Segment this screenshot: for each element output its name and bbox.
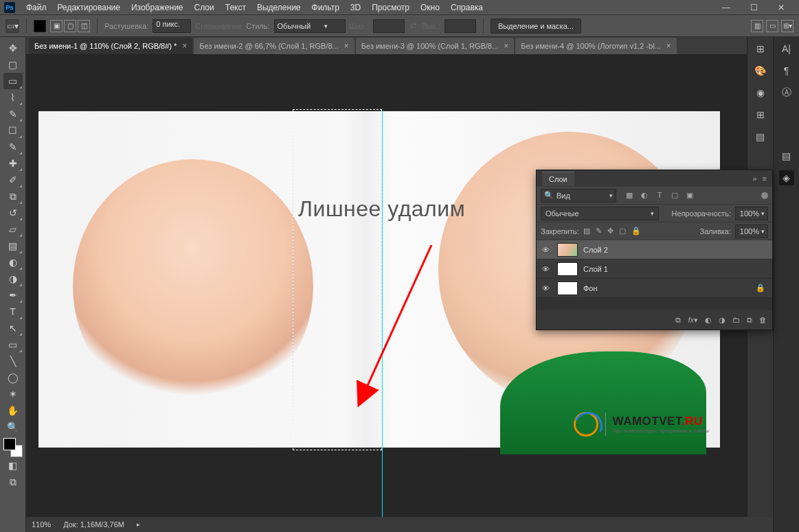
panel-paragraph-icon[interactable]: ¶ — [779, 63, 794, 78]
close-icon[interactable]: × — [666, 41, 671, 51]
layer-row[interactable]: 👁 Слой 2 — [537, 240, 772, 259]
panel-libraries-icon[interactable]: ⊞ — [753, 41, 768, 56]
selection-add-icon[interactable]: ▣ — [50, 20, 63, 32]
panel-properties-icon[interactable]: ▤ — [753, 129, 768, 144]
menu-select[interactable]: Выделение — [251, 0, 306, 15]
tool-lasso[interactable]: ⌇ — [3, 89, 23, 106]
tool-move[interactable]: ✥ — [3, 40, 23, 56]
window-close[interactable]: ✕ — [767, 1, 795, 14]
tool-quick-select[interactable]: ✎ — [3, 106, 23, 122]
filter-pixel-icon[interactable]: ▩ — [624, 191, 634, 200]
panel-grid-icon[interactable]: ⊞ — [753, 107, 768, 122]
lock-artboard-icon[interactable]: ▢ — [619, 227, 626, 235]
tool-blur[interactable]: ◐ — [3, 254, 23, 270]
tool-crop[interactable]: ☐ — [3, 122, 23, 139]
menu-filter[interactable]: Фильтр — [306, 0, 345, 15]
filter-toggle[interactable] — [761, 192, 768, 199]
layer-name[interactable]: Слой 1 — [583, 265, 608, 273]
menu-3d[interactable]: 3D — [345, 0, 366, 15]
panel-cc-icon[interactable]: ◉ — [753, 85, 768, 100]
layer-thumb[interactable] — [557, 243, 578, 257]
panel-history-icon[interactable]: ▤ — [779, 148, 794, 163]
tool-eraser[interactable]: ▱ — [3, 221, 23, 238]
filter-smart-icon[interactable]: ▣ — [685, 191, 695, 200]
tool-gradient[interactable]: ▤ — [3, 238, 23, 254]
visibility-icon[interactable]: 👁 — [539, 284, 552, 292]
adjustment-layer-icon[interactable]: ◑ — [719, 316, 725, 325]
window-minimize[interactable]: — — [712, 1, 740, 14]
tool-pen[interactable]: ✒ — [3, 287, 23, 303]
panel-color-icon[interactable]: 🎨 — [753, 63, 768, 78]
filter-type-icon[interactable]: T — [655, 191, 664, 200]
layer-name[interactable]: Фон — [583, 284, 598, 292]
panel-character-icon[interactable]: A| — [779, 41, 794, 56]
tool-eyedropper[interactable]: ✎ — [3, 139, 23, 155]
feather-input[interactable]: 0 пикс. — [153, 19, 191, 33]
lock-position-icon[interactable]: ✥ — [607, 227, 614, 235]
filter-shape-icon[interactable]: ▢ — [670, 191, 679, 200]
visibility-icon[interactable]: 👁 — [539, 246, 552, 254]
tool-zoom[interactable]: 🔍 — [3, 419, 23, 435]
menu-layer[interactable]: Слои — [189, 0, 220, 15]
menu-help[interactable]: Справка — [445, 0, 488, 15]
close-icon[interactable]: × — [504, 41, 508, 51]
layer-thumb[interactable] — [557, 262, 578, 276]
panel-menu-icon[interactable]: ≡ — [763, 174, 767, 183]
opt-extra-1-icon[interactable]: ▥ — [751, 20, 763, 32]
menu-file[interactable]: Файл — [21, 0, 52, 15]
panel-collapse-icon[interactable]: » — [752, 174, 756, 183]
tool-brush[interactable]: ✐ — [3, 172, 23, 188]
tool-artboard[interactable]: ▢ — [3, 56, 23, 73]
selection-new-icon[interactable] — [34, 20, 46, 32]
menu-view[interactable]: Просмотр — [366, 0, 415, 15]
tool-quickmask[interactable]: ◧ — [3, 457, 23, 474]
doc-size[interactable]: Док: 1,16M/3,76M — [63, 520, 124, 529]
tab-doc-4[interactable]: Без имени-4 @ 100% (Логотип v1.2 -bl...× — [515, 38, 677, 54]
tool-screenmode[interactable]: ⧉ — [3, 474, 23, 490]
layers-panel[interactable]: Слои »≡ 🔍Вид ▩ ◐ T ▢ ▣ Обычные Непрозрач… — [536, 170, 773, 330]
layer-thumb[interactable] — [557, 281, 578, 295]
tool-marquee[interactable]: ▭ — [3, 73, 23, 89]
lock-icon[interactable]: 🔒 — [756, 284, 769, 292]
tool-dodge[interactable]: ◑ — [3, 270, 23, 287]
layer-group-icon[interactable]: 🗀 — [732, 316, 740, 324]
tab-doc-1[interactable]: Без имени-1 @ 110% (Слой 2, RGB/8#) *× — [29, 38, 192, 54]
tool-path-select[interactable]: ↖ — [3, 320, 23, 336]
layer-row[interactable]: 👁 Слой 1 — [537, 259, 772, 279]
delete-layer-icon[interactable]: 🗑 — [759, 316, 767, 324]
layer-fx-icon[interactable]: fx▾ — [688, 316, 698, 325]
fg-bg-color[interactable] — [3, 438, 23, 457]
tool-preset-icon[interactable]: ▭▾ — [5, 19, 19, 33]
menu-window[interactable]: Окно — [415, 0, 445, 15]
tool-stamp[interactable]: ⧉ — [3, 188, 23, 205]
visibility-icon[interactable]: 👁 — [539, 265, 552, 273]
lock-transparent-icon[interactable]: ▨ — [583, 227, 590, 235]
zoom-value[interactable]: 110% — [32, 520, 51, 529]
close-icon[interactable]: × — [344, 41, 349, 51]
filter-adjustment-icon[interactable]: ◐ — [640, 191, 649, 200]
layer-filter-kind[interactable]: 🔍Вид — [541, 189, 616, 203]
tool-custom-shape[interactable]: ✶ — [3, 386, 23, 402]
tool-hand[interactable]: ✋ — [3, 402, 23, 419]
tool-ellipse[interactable]: ◯ — [3, 369, 23, 386]
layer-mask-icon[interactable]: ◐ — [705, 316, 712, 325]
layers-tab[interactable]: Слои — [542, 172, 574, 186]
blend-mode-select[interactable]: Обычные — [541, 207, 659, 220]
tool-type[interactable]: T — [3, 303, 23, 320]
tool-line[interactable]: ╲ — [3, 353, 23, 369]
tab-doc-3[interactable]: Без имени-3 @ 100% (Слой 1, RGB/8...× — [356, 38, 514, 54]
menu-edit[interactable]: Редактирование — [52, 0, 126, 15]
tab-doc-2[interactable]: Без имени-2 @ 66,7% (Слой 1, RGB/8...× — [194, 38, 354, 54]
selection-intersect-icon[interactable]: ◫ — [78, 20, 90, 32]
tool-history-brush[interactable]: ↺ — [3, 205, 23, 221]
window-maximize[interactable]: ☐ — [740, 1, 767, 14]
select-and-mask-button[interactable]: Выделение и маска... — [491, 19, 581, 34]
lock-all-icon[interactable]: 🔒 — [631, 227, 641, 235]
tool-rectangle[interactable]: ▭ — [3, 336, 23, 353]
tool-healing[interactable]: ✚ — [3, 155, 23, 172]
fill-input[interactable]: 100%▾ — [735, 224, 768, 238]
panel-glyphs-icon[interactable]: Ⓐ — [779, 85, 794, 100]
selection-subtract-icon[interactable]: ▢ — [64, 20, 76, 32]
menu-image[interactable]: Изображение — [126, 0, 189, 15]
new-layer-icon[interactable]: ⧉ — [747, 316, 752, 325]
